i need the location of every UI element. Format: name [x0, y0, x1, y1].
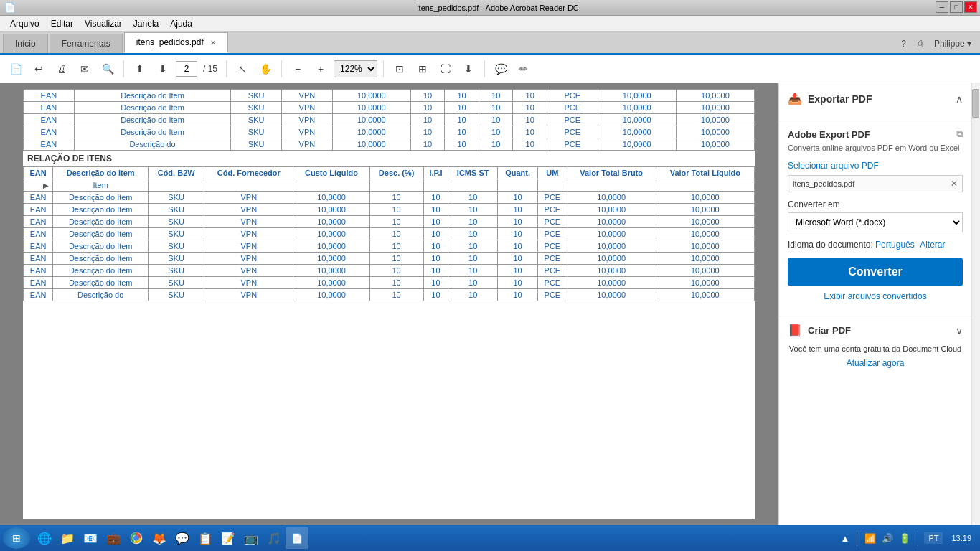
minimize-button[interactable]: ─ — [936, 1, 948, 13]
export-pdf-title: 📤 Exportar PDF — [788, 92, 872, 106]
cell-ean: EAN — [24, 126, 75, 138]
cell-desc-pct: 10 — [410, 102, 445, 114]
tab-inicio[interactable]: Início — [3, 34, 48, 53]
hand-tool[interactable]: ✋ — [255, 59, 275, 79]
tab-ferramentas[interactable]: Ferramentas — [50, 34, 123, 53]
help-button[interactable]: ? — [898, 37, 909, 50]
tab-active-pdf[interactable]: itens_pedidos.pdf ✕ — [124, 32, 228, 53]
user-name[interactable]: Philippe ▾ — [931, 37, 974, 50]
print-button[interactable]: 🖨 — [52, 59, 72, 79]
cell-quant: 10 — [513, 102, 547, 114]
cell-quant: 10 — [513, 126, 547, 138]
open-button[interactable]: ↩ — [29, 59, 49, 79]
cell-um — [538, 179, 567, 192]
cell-quant: 10 — [513, 90, 547, 102]
fit-page-button[interactable]: ⊡ — [390, 59, 410, 79]
taskbar: ⊞ 🌐 📁 📧 💼 🦊 💬 📋 📝 📺 🎵 📄 ▲ 📶 🔊 🔋 PT 13:19 — [0, 525, 980, 551]
criar-pdf-section: 📕 Criar PDF ∨ Você tem uma conta gratuit… — [779, 316, 971, 375]
pdf-viewer[interactable]: EAN Descrição do Item SKU VPN 10,0000 10… — [0, 83, 778, 525]
language-indicator[interactable]: PT — [924, 532, 943, 544]
taskbar-clock[interactable]: 13:19 — [946, 534, 977, 542]
table-row: EANDescrição doSKUVPN 10,000010101010PCE… — [24, 289, 755, 301]
cursor-tool[interactable]: ↖ — [232, 59, 253, 79]
cell-sku: SKU — [231, 126, 282, 138]
pdf-filename-box: itens_pedidos.pdf ✕ — [788, 175, 963, 192]
taskbar-app1-icon[interactable]: 📋 — [194, 527, 217, 549]
full-screen-button[interactable]: ⛶ — [435, 59, 456, 79]
export-collapse-button[interactable]: ∧ — [956, 93, 963, 105]
menu-arquivo[interactable]: Arquivo — [4, 17, 45, 30]
table-row: EAN Descrição do Item SKU VPN 10,0000 10… — [24, 90, 755, 102]
table-row: ▶ Item — [24, 179, 755, 192]
cell-vtl: 10,0000 — [676, 126, 754, 138]
zoom-select[interactable]: 50% 75% 100% 122% 150% 200% — [334, 60, 377, 77]
sign-in-button[interactable]: ⎙ — [915, 37, 925, 50]
export-pdf-header: 📤 Exportar PDF ∧ — [788, 92, 963, 106]
taskbar-email-icon[interactable]: 📧 — [79, 527, 102, 549]
convert-to-label: Converter em — [788, 199, 963, 209]
new-doc-button[interactable]: 📄 — [6, 59, 26, 79]
systray-volume[interactable]: 🔊 — [880, 533, 895, 544]
cell-vtl: 10,0000 — [676, 138, 754, 151]
pdf-scroll-area[interactable]: EAN Descrição do Item SKU VPN 10,0000 10… — [0, 83, 778, 525]
cell-vtl: 10,0000 — [676, 114, 754, 126]
menu-editar[interactable]: Editar — [45, 17, 79, 30]
window-title: itens_pedidos.pdf - Adobe Acrobat Reader… — [20, 4, 976, 12]
download-button[interactable]: ⬇ — [458, 59, 479, 79]
tab-close-icon[interactable]: ✕ — [210, 39, 216, 47]
table-row: EANDescrição do ItemSKUVPN 10,0000101010… — [24, 277, 755, 289]
taskbar-firefox-icon[interactable]: 🦊 — [148, 527, 171, 549]
systray-network[interactable]: 📶 — [863, 533, 877, 544]
atualizar-link[interactable]: Atualizar agora — [788, 358, 963, 368]
taskbar-apps-icon[interactable]: 💼 — [102, 527, 125, 549]
cell-ean: EAN — [24, 114, 75, 126]
zoom-in-button[interactable]: + — [311, 59, 331, 79]
maximize-button[interactable]: □ — [950, 1, 963, 13]
converter-button[interactable]: Converter — [788, 258, 963, 286]
scrollbar-thumb[interactable] — [972, 89, 979, 118]
next-page-button[interactable]: ⬇ — [153, 59, 173, 79]
comment-button[interactable]: 💬 — [491, 59, 511, 79]
menu-visualizar[interactable]: Visualizar — [79, 17, 128, 30]
taskbar-app4-icon[interactable]: 🎵 — [263, 527, 286, 549]
select-pdf-link[interactable]: Selecionar arquivo PDF — [788, 161, 963, 171]
email-button[interactable]: ✉ — [75, 59, 95, 79]
separator5 — [484, 60, 485, 77]
cell-vtl: 10,0000 — [676, 102, 754, 114]
taskbar-explorer-icon[interactable]: 📁 — [56, 527, 79, 549]
pdf-top-table: EAN Descrição do Item SKU VPN 10,0000 10… — [23, 89, 755, 151]
systray-battery[interactable]: 🔋 — [897, 533, 912, 544]
taskbar-app2-icon[interactable]: 📝 — [217, 527, 240, 549]
criar-expand-button[interactable]: ∨ — [956, 325, 963, 336]
taskbar-skype-icon[interactable]: 💬 — [171, 527, 194, 549]
right-panel-scrollbar[interactable] — [971, 83, 980, 525]
taskbar-acrobat-icon[interactable]: 📄 — [286, 527, 308, 549]
search-button[interactable]: 🔍 — [98, 59, 118, 79]
convert-format-select[interactable]: Microsoft Word (*.docx) Microsoft Excel … — [788, 212, 963, 232]
cell-vtb: 10,0000 — [598, 138, 676, 151]
menu-ajuda[interactable]: Ajuda — [164, 17, 198, 30]
prev-page-button[interactable]: ⬆ — [130, 59, 150, 79]
close-button[interactable]: ✕ — [964, 1, 977, 13]
clear-filename-button[interactable]: ✕ — [951, 179, 958, 189]
cell-custo: 10,0000 — [332, 90, 410, 102]
idioma-value[interactable]: Português — [875, 240, 915, 250]
cell-desc: ▶ Item — [53, 179, 149, 192]
criar-pdf-title: 📕 Criar PDF — [788, 324, 851, 337]
taskbar-app3-icon[interactable]: 📺 — [240, 527, 263, 549]
adobe-export-title-row: Adobe Export PDF ⧉ — [788, 128, 963, 140]
taskbar-ie-icon[interactable]: 🌐 — [33, 527, 56, 549]
taskbar-chrome-icon[interactable] — [125, 527, 148, 549]
fit-width-button[interactable]: ⊞ — [413, 59, 433, 79]
zoom-out-button[interactable]: − — [288, 59, 308, 79]
cell-custo — [293, 179, 369, 192]
col-icms: ICMS ST — [448, 167, 498, 179]
menu-janela[interactable]: Janela — [128, 17, 164, 30]
pen-button[interactable]: ✏ — [514, 59, 534, 79]
page-number-input[interactable] — [176, 61, 197, 77]
exibir-arquivos-link[interactable]: Exibir arquivos convertidos — [788, 291, 963, 301]
start-button[interactable]: ⊞ — [3, 527, 30, 549]
cell-vpn: VPN — [281, 114, 332, 126]
systray-expand[interactable]: ▲ — [839, 533, 852, 544]
alterar-link[interactable]: Alterar — [920, 240, 945, 250]
